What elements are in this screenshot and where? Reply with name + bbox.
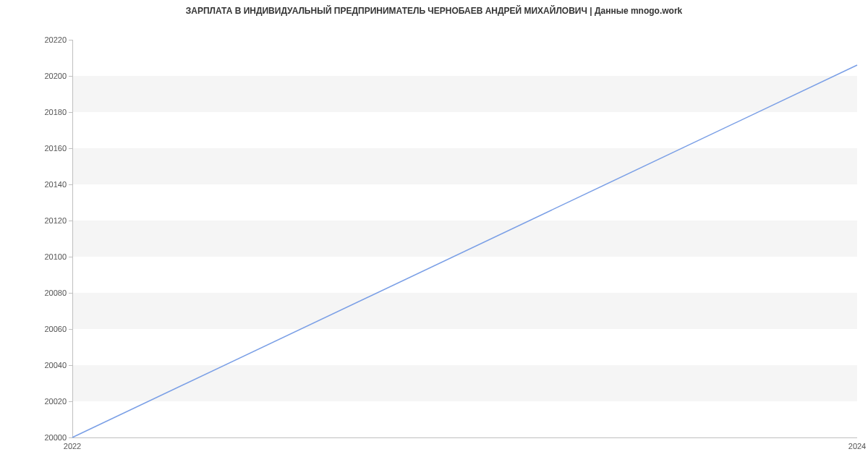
y-tick-label: 20080	[9, 289, 67, 297]
y-tick-mark	[69, 257, 72, 257]
y-tick-mark	[69, 40, 72, 40]
y-tick-label: 20200	[9, 72, 67, 80]
y-tick-mark	[69, 365, 72, 366]
y-tick-label: 20040	[9, 361, 67, 369]
chart-title: ЗАРПЛАТА В ИНДИВИДУАЛЬНЫЙ ПРЕДПРИНИМАТЕЛ…	[0, 6, 868, 16]
y-tick-label: 20060	[9, 325, 67, 333]
plot-area: 20222024	[72, 40, 857, 437]
y-tick-mark	[69, 148, 72, 149]
y-tick-label: 20220	[9, 35, 67, 44]
y-tick-mark	[69, 221, 72, 221]
y-tick-mark	[69, 184, 72, 185]
y-tick-label: 20120	[9, 216, 67, 225]
y-tick-label: 20020	[9, 397, 67, 406]
chart-container: ЗАРПЛАТА В ИНДИВИДУАЛЬНЫЙ ПРЕДПРИНИМАТЕЛ…	[0, 0, 868, 470]
y-tick-label: 20100	[9, 252, 67, 261]
x-tick-label: 2024	[848, 442, 866, 450]
y-tick-mark	[69, 112, 72, 113]
line-series	[72, 40, 857, 437]
y-tick-label: 20160	[9, 144, 67, 153]
x-tick-label: 2022	[64, 442, 81, 450]
data-line	[72, 65, 857, 437]
y-tick-label: 20000	[9, 433, 67, 442]
y-tick-mark	[69, 329, 72, 330]
y-tick-mark	[69, 401, 72, 402]
y-tick-mark	[69, 293, 72, 294]
y-tick-mark	[69, 437, 72, 438]
y-tick-label: 20140	[9, 180, 67, 189]
x-axis-line	[72, 437, 857, 438]
y-tick-mark	[69, 76, 72, 77]
y-tick-label: 20180	[9, 108, 67, 116]
